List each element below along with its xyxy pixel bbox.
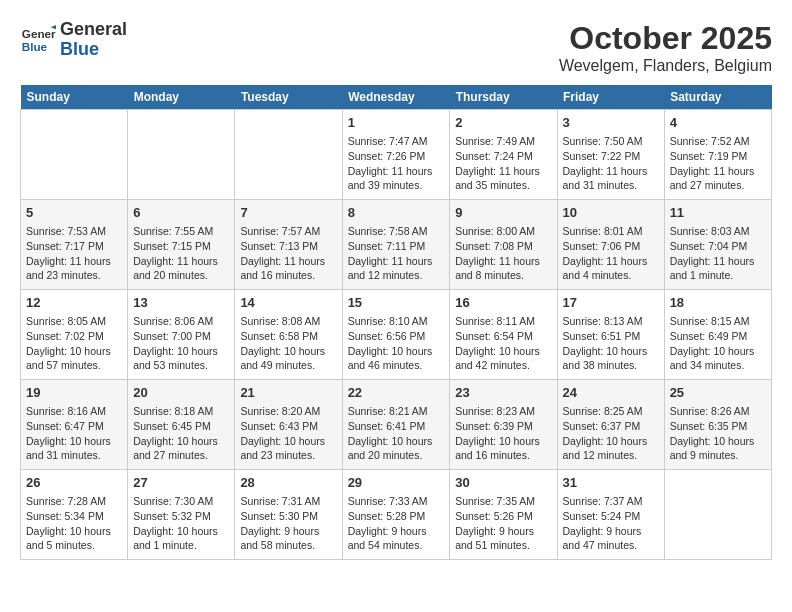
- day-info: Sunset: 7:02 PM: [26, 329, 122, 344]
- day-info: Sunset: 7:17 PM: [26, 239, 122, 254]
- calendar-cell: 12Sunrise: 8:05 AMSunset: 7:02 PMDayligh…: [21, 290, 128, 380]
- calendar-cell: 8Sunrise: 7:58 AMSunset: 7:11 PMDaylight…: [342, 200, 450, 290]
- day-header-thursday: Thursday: [450, 85, 557, 110]
- day-number: 23: [455, 384, 551, 402]
- day-info: Sunrise: 7:31 AM: [240, 494, 336, 509]
- calendar-cell: [235, 110, 342, 200]
- calendar-cell: 13Sunrise: 8:06 AMSunset: 7:00 PMDayligh…: [128, 290, 235, 380]
- day-info: Sunset: 7:08 PM: [455, 239, 551, 254]
- calendar-cell: 27Sunrise: 7:30 AMSunset: 5:32 PMDayligh…: [128, 470, 235, 560]
- day-number: 2: [455, 114, 551, 132]
- day-header-tuesday: Tuesday: [235, 85, 342, 110]
- day-number: 10: [563, 204, 659, 222]
- svg-text:Blue: Blue: [22, 40, 48, 53]
- day-info: Daylight: 11 hours and 20 minutes.: [133, 254, 229, 283]
- day-number: 18: [670, 294, 766, 312]
- day-info: Sunrise: 7:30 AM: [133, 494, 229, 509]
- calendar-cell: 2Sunrise: 7:49 AMSunset: 7:24 PMDaylight…: [450, 110, 557, 200]
- calendar-cell: 28Sunrise: 7:31 AMSunset: 5:30 PMDayligh…: [235, 470, 342, 560]
- day-info: Daylight: 10 hours and 5 minutes.: [26, 524, 122, 553]
- calendar-cell: 23Sunrise: 8:23 AMSunset: 6:39 PMDayligh…: [450, 380, 557, 470]
- day-info: Sunrise: 7:57 AM: [240, 224, 336, 239]
- day-number: 4: [670, 114, 766, 132]
- day-info: Sunset: 5:34 PM: [26, 509, 122, 524]
- day-info: Sunrise: 7:49 AM: [455, 134, 551, 149]
- day-info: Daylight: 11 hours and 23 minutes.: [26, 254, 122, 283]
- calendar-cell: 6Sunrise: 7:55 AMSunset: 7:15 PMDaylight…: [128, 200, 235, 290]
- calendar-cell: [128, 110, 235, 200]
- day-info: Sunset: 5:30 PM: [240, 509, 336, 524]
- calendar-cell: 19Sunrise: 8:16 AMSunset: 6:47 PMDayligh…: [21, 380, 128, 470]
- day-number: 8: [348, 204, 445, 222]
- day-info: Daylight: 10 hours and 57 minutes.: [26, 344, 122, 373]
- day-info: Sunrise: 8:06 AM: [133, 314, 229, 329]
- calendar-cell: 21Sunrise: 8:20 AMSunset: 6:43 PMDayligh…: [235, 380, 342, 470]
- calendar-cell: [21, 110, 128, 200]
- week-row-2: 5Sunrise: 7:53 AMSunset: 7:17 PMDaylight…: [21, 200, 772, 290]
- day-info: Sunset: 6:56 PM: [348, 329, 445, 344]
- svg-text:General: General: [22, 27, 56, 40]
- day-info: Daylight: 9 hours and 54 minutes.: [348, 524, 445, 553]
- day-number: 6: [133, 204, 229, 222]
- logo: General Blue GeneralBlue: [20, 20, 127, 60]
- week-row-1: 1Sunrise: 7:47 AMSunset: 7:26 PMDaylight…: [21, 110, 772, 200]
- day-info: Sunrise: 8:25 AM: [563, 404, 659, 419]
- logo-icon: General Blue: [20, 22, 56, 58]
- day-info: Sunset: 6:54 PM: [455, 329, 551, 344]
- day-info: Sunrise: 8:01 AM: [563, 224, 659, 239]
- calendar-cell: 20Sunrise: 8:18 AMSunset: 6:45 PMDayligh…: [128, 380, 235, 470]
- calendar-cell: 5Sunrise: 7:53 AMSunset: 7:17 PMDaylight…: [21, 200, 128, 290]
- day-info: Sunrise: 7:53 AM: [26, 224, 122, 239]
- calendar-cell: 26Sunrise: 7:28 AMSunset: 5:34 PMDayligh…: [21, 470, 128, 560]
- day-info: Daylight: 11 hours and 35 minutes.: [455, 164, 551, 193]
- day-info: Sunrise: 7:47 AM: [348, 134, 445, 149]
- calendar-cell: 4Sunrise: 7:52 AMSunset: 7:19 PMDaylight…: [664, 110, 771, 200]
- day-info: Sunrise: 8:13 AM: [563, 314, 659, 329]
- calendar-cell: 1Sunrise: 7:47 AMSunset: 7:26 PMDaylight…: [342, 110, 450, 200]
- calendar-cell: 14Sunrise: 8:08 AMSunset: 6:58 PMDayligh…: [235, 290, 342, 380]
- day-info: Sunrise: 7:55 AM: [133, 224, 229, 239]
- day-number: 26: [26, 474, 122, 492]
- day-number: 12: [26, 294, 122, 312]
- day-info: Sunset: 7:15 PM: [133, 239, 229, 254]
- day-info: Sunrise: 8:21 AM: [348, 404, 445, 419]
- day-info: Daylight: 10 hours and 38 minutes.: [563, 344, 659, 373]
- day-info: Sunset: 6:35 PM: [670, 419, 766, 434]
- day-info: Daylight: 10 hours and 12 minutes.: [563, 434, 659, 463]
- calendar-cell: 31Sunrise: 7:37 AMSunset: 5:24 PMDayligh…: [557, 470, 664, 560]
- day-info: Sunset: 7:24 PM: [455, 149, 551, 164]
- day-info: Daylight: 10 hours and 27 minutes.: [133, 434, 229, 463]
- day-info: Sunset: 7:04 PM: [670, 239, 766, 254]
- day-number: 16: [455, 294, 551, 312]
- calendar-cell: 29Sunrise: 7:33 AMSunset: 5:28 PMDayligh…: [342, 470, 450, 560]
- day-number: 1: [348, 114, 445, 132]
- day-info: Sunrise: 7:58 AM: [348, 224, 445, 239]
- day-number: 3: [563, 114, 659, 132]
- day-info: Sunset: 7:06 PM: [563, 239, 659, 254]
- day-info: Daylight: 9 hours and 47 minutes.: [563, 524, 659, 553]
- calendar-cell: 24Sunrise: 8:25 AMSunset: 6:37 PMDayligh…: [557, 380, 664, 470]
- day-info: Daylight: 11 hours and 4 minutes.: [563, 254, 659, 283]
- month-title: October 2025: [559, 20, 772, 57]
- day-header-friday: Friday: [557, 85, 664, 110]
- calendar-cell: 18Sunrise: 8:15 AMSunset: 6:49 PMDayligh…: [664, 290, 771, 380]
- week-row-4: 19Sunrise: 8:16 AMSunset: 6:47 PMDayligh…: [21, 380, 772, 470]
- calendar-cell: 9Sunrise: 8:00 AMSunset: 7:08 PMDaylight…: [450, 200, 557, 290]
- day-info: Sunrise: 8:20 AM: [240, 404, 336, 419]
- day-info: Daylight: 10 hours and 53 minutes.: [133, 344, 229, 373]
- day-number: 21: [240, 384, 336, 402]
- day-info: Sunset: 5:24 PM: [563, 509, 659, 524]
- day-info: Daylight: 11 hours and 8 minutes.: [455, 254, 551, 283]
- day-info: Sunset: 6:51 PM: [563, 329, 659, 344]
- day-info: Daylight: 10 hours and 20 minutes.: [348, 434, 445, 463]
- day-info: Sunset: 6:43 PM: [240, 419, 336, 434]
- day-info: Sunset: 6:49 PM: [670, 329, 766, 344]
- day-info: Sunrise: 8:03 AM: [670, 224, 766, 239]
- day-info: Daylight: 11 hours and 39 minutes.: [348, 164, 445, 193]
- day-number: 29: [348, 474, 445, 492]
- day-number: 25: [670, 384, 766, 402]
- day-number: 15: [348, 294, 445, 312]
- day-number: 7: [240, 204, 336, 222]
- day-info: Sunset: 6:45 PM: [133, 419, 229, 434]
- day-number: 11: [670, 204, 766, 222]
